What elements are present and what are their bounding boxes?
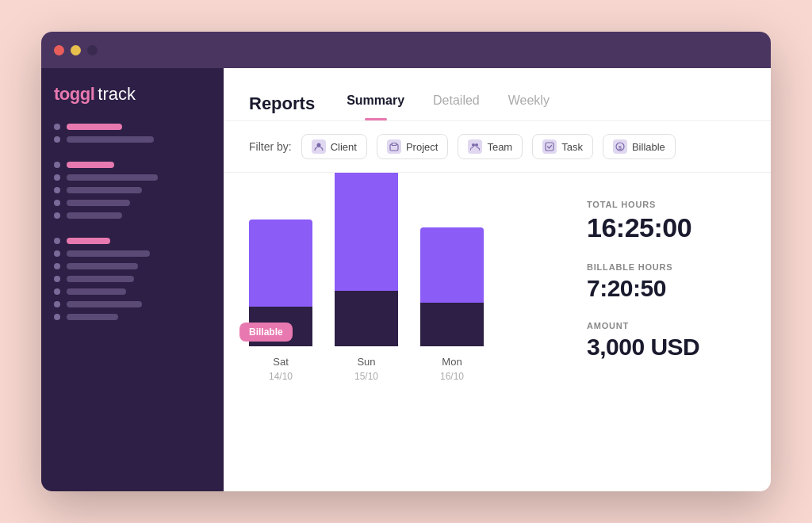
filter-client[interactable]: Client [301, 134, 367, 159]
bar-date-sat: 14/10 [269, 371, 293, 382]
logo-track: track [98, 84, 136, 105]
filter-task[interactable]: Task [532, 134, 593, 159]
maximize-button[interactable] [87, 45, 98, 55]
bar-sun-nonbillable [335, 173, 398, 291]
stat-billable-hours: BILLABLE HOURS 7:20:50 [587, 262, 745, 302]
tooltip-line-billable [239, 331, 262, 333]
sidebar-bar [67, 200, 130, 206]
tooltip-dot-billable [262, 329, 268, 335]
filter-project[interactable]: Project [377, 134, 448, 159]
filter-client-label: Client [331, 141, 357, 153]
sidebar-bar [67, 314, 118, 320]
sidebar-item[interactable] [54, 162, 211, 168]
svg-point-5 [475, 143, 478, 147]
chart-section: Sat 14/10 Non-billable [249, 192, 561, 472]
bar-sun: Billable [335, 173, 398, 346]
bar-group-mon: Mon 16/10 [420, 227, 484, 382]
sidebar-dot [54, 200, 60, 206]
bar-date-sun: 15/10 [354, 371, 378, 382]
sidebar-dot [54, 250, 60, 257]
tab-summary[interactable]: Summary [334, 87, 417, 120]
bar-mon [420, 227, 484, 346]
minimize-button[interactable] [71, 45, 81, 55]
header: Reports Summary Detailed Weekly [224, 68, 771, 121]
sidebar-bar [67, 212, 122, 219]
stats-panel: TOTAL HOURS 16:25:00 BILLABLE HOURS 7:20… [587, 192, 745, 472]
bar-mon-billable [420, 303, 484, 346]
sidebar-item[interactable] [54, 276, 211, 282]
titlebar [41, 32, 771, 68]
bar-day-sun: Sun [357, 356, 375, 368]
nav-row: Reports Summary Detailed Weekly [249, 87, 745, 120]
sidebar-bar [67, 238, 110, 244]
sidebar-item[interactable] [54, 200, 211, 206]
sidebar-dot [54, 301, 60, 307]
sidebar-item[interactable] [54, 212, 211, 219]
client-icon [312, 139, 326, 154]
bar-sun-billable: Billable [335, 291, 398, 346]
sidebar-item[interactable] [54, 174, 211, 181]
svg-point-4 [472, 143, 475, 147]
sidebar-item[interactable] [54, 314, 211, 320]
main-window: toggl track [41, 32, 771, 491]
sidebar-dot [54, 212, 60, 219]
sidebar-dot [54, 136, 60, 143]
bar-sat [249, 220, 312, 346]
tab-weekly[interactable]: Weekly [496, 87, 562, 120]
sidebar-item[interactable] [54, 250, 211, 257]
stat-billable-hours-value: 7:20:50 [587, 275, 745, 302]
bar-day-sat: Sat [273, 356, 289, 368]
svg-text:$: $ [619, 145, 622, 151]
sidebar-bar [67, 250, 150, 257]
sidebar-item[interactable] [54, 187, 211, 193]
sidebar: toggl track [41, 68, 224, 491]
bar-sun-wrapper: Non-billable [335, 173, 398, 346]
team-icon [468, 139, 482, 154]
logo-toggl: toggl [54, 84, 94, 105]
filter-project-label: Project [406, 141, 438, 153]
sidebar-bar [67, 124, 122, 130]
sidebar-item[interactable] [54, 301, 211, 307]
sidebar-dot [54, 314, 60, 320]
nav-tabs: Summary Detailed Weekly [334, 87, 562, 120]
filter-team-label: Team [487, 141, 512, 153]
filter-billable[interactable]: $ Billable [603, 134, 676, 159]
bar-group-sat: Sat 14/10 [249, 220, 312, 382]
stat-billable-hours-label: BILLABLE HOURS [587, 262, 745, 272]
tab-detailed[interactable]: Detailed [420, 87, 492, 120]
bar-day-mon: Mon [442, 356, 462, 368]
close-button[interactable] [54, 45, 64, 55]
stat-total-hours-label: TOTAL HOURS [587, 200, 745, 209]
svg-rect-6 [546, 143, 553, 151]
project-icon [387, 139, 401, 154]
sidebar-bar [67, 301, 142, 307]
filter-team[interactable]: Team [458, 134, 523, 159]
window-body: toggl track [41, 68, 771, 491]
main-content: Reports Summary Detailed Weekly Filter b… [224, 68, 771, 491]
sidebar-item[interactable] [54, 238, 211, 244]
task-icon [542, 139, 557, 154]
bar-sat-nonbillable [249, 220, 312, 307]
sidebar-dot [54, 263, 60, 269]
sidebar-item[interactable] [54, 288, 211, 295]
sidebar-dot [54, 174, 60, 181]
tooltip-billable-container: Billable [239, 329, 268, 335]
filter-billable-label: Billable [632, 141, 665, 153]
sidebar-dot [54, 162, 60, 168]
chart-container: Sat 14/10 Non-billable [249, 192, 561, 414]
stat-total-hours: TOTAL HOURS 16:25:00 [587, 200, 745, 243]
stat-amount-value: 3,000 USD [587, 334, 745, 361]
sidebar-bar [67, 187, 142, 193]
sidebar-bar [67, 288, 126, 295]
bar-date-mon: 16/10 [440, 371, 464, 382]
stat-total-hours-value: 16:25:00 [587, 212, 745, 243]
page-title: Reports [249, 94, 315, 114]
sidebar-item[interactable] [54, 124, 211, 130]
sidebar-bar [67, 276, 134, 282]
sidebar-item[interactable] [54, 136, 211, 143]
sidebar-bar [67, 136, 154, 143]
filter-task-label: Task [561, 141, 583, 153]
sidebar-item[interactable] [54, 263, 211, 269]
sidebar-dot [54, 124, 60, 130]
sidebar-bar [67, 174, 158, 181]
